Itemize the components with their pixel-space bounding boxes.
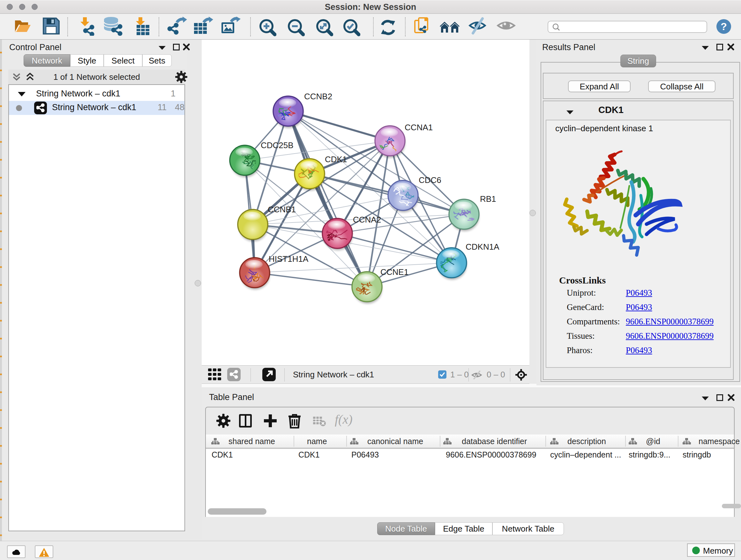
svg-text:CDK1: CDK1 bbox=[325, 154, 347, 164]
svg-text:RB1: RB1 bbox=[480, 194, 496, 204]
svg-text:CCNA1: CCNA1 bbox=[405, 123, 433, 132]
svg-text:CCNE1: CCNE1 bbox=[381, 267, 408, 277]
svg-text:CDC25B: CDC25B bbox=[261, 140, 293, 150]
svg-text:CCNA2: CCNA2 bbox=[353, 215, 381, 225]
svg-text:CCNB1: CCNB1 bbox=[268, 205, 296, 214]
svg-text:CDKN1A: CDKN1A bbox=[466, 242, 499, 252]
svg-text:CDC6: CDC6 bbox=[419, 175, 441, 185]
svg-text:HIST1H1A: HIST1H1A bbox=[269, 254, 309, 264]
svg-text:CCNB2: CCNB2 bbox=[304, 91, 332, 101]
